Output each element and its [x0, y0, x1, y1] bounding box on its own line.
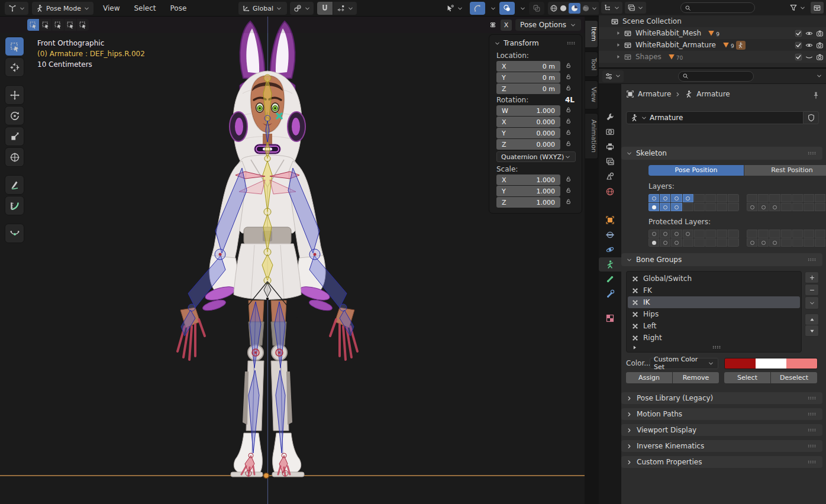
tab-physics[interactable] [599, 243, 621, 257]
render-visibility-icon[interactable] [816, 30, 824, 37]
protected-layer-cell[interactable] [694, 230, 705, 238]
show-overlays-toggle[interactable] [499, 2, 515, 15]
bone-group-item[interactable]: Left [628, 320, 800, 332]
tool-pose-breakdowner[interactable] [5, 224, 24, 243]
remove-bone-group-button[interactable] [805, 284, 819, 296]
armature-layer-cell[interactable] [683, 194, 693, 202]
tab-view-layer[interactable] [599, 154, 621, 169]
armature-layer-cell[interactable] [769, 194, 780, 202]
outliner-search-input[interactable] [680, 2, 755, 13]
outliner-row[interactable]: WhiteRabbit_Mesh9 [599, 27, 826, 39]
rotation-mode-dropdown[interactable]: Quaternion (WXYZ) [496, 151, 576, 162]
tab-output[interactable] [599, 140, 621, 154]
armature-layer-cell[interactable] [717, 203, 727, 211]
panel-pose-library-legacy-[interactable]: Pose Library (Legacy) [621, 392, 822, 404]
protected-layer-cell[interactable] [769, 238, 780, 247]
properties-display-mode[interactable] [602, 70, 624, 82]
show-gizmo-toggle[interactable] [470, 2, 485, 15]
breadcrumb-object[interactable]: Armature [638, 90, 671, 98]
protected-layer-cell[interactable] [804, 238, 814, 247]
select-mode-invert[interactable] [64, 19, 76, 31]
protected-layer-cell[interactable] [758, 238, 769, 247]
select-mode-subtract[interactable] [52, 19, 64, 31]
pose-position-button[interactable]: Pose Position [648, 165, 744, 176]
armature-layer-cell[interactable] [648, 194, 659, 202]
armature-layer-cell[interactable] [728, 203, 738, 211]
bone-group-item[interactable]: Global/Switch [628, 273, 800, 285]
outliner-row-scene-collection[interactable]: Scene Collection [599, 15, 826, 27]
armature-layer-cell[interactable] [705, 194, 716, 202]
render-visibility-icon[interactable] [816, 53, 824, 61]
outliner-row[interactable]: Shapes70 [599, 51, 826, 63]
shading-rendered-icon[interactable] [582, 4, 590, 12]
protected-layer-cell[interactable] [717, 230, 727, 238]
lock-icon[interactable] [565, 62, 572, 70]
protected-layer-cell[interactable] [815, 230, 825, 238]
armature-object-icon[interactable] [736, 41, 746, 50]
protected-layer-cell[interactable] [781, 230, 792, 238]
tab-tool[interactable] [599, 110, 621, 124]
protected-layer-cell[interactable] [660, 238, 670, 247]
lock-icon[interactable] [565, 118, 572, 126]
sidebar-tab-tool[interactable]: Tool [585, 51, 598, 77]
pin-icon[interactable] [812, 91, 820, 99]
outliner-display-mode[interactable] [601, 2, 622, 14]
exclude-checkbox[interactable] [795, 53, 802, 61]
protected-layer-cell[interactable] [815, 238, 825, 247]
armature-layer-cell[interactable] [694, 203, 705, 211]
tool-scale[interactable] [5, 127, 24, 146]
protected-layer-cell[interactable] [671, 230, 682, 238]
armature-layer-cell[interactable] [683, 203, 693, 211]
tab-texture[interactable] [599, 311, 621, 325]
protected-layer-cell[interactable] [728, 230, 738, 238]
lock-icon[interactable] [565, 198, 572, 206]
rotation-y-field[interactable]: Y0.000 [496, 128, 560, 138]
shading-dropdown[interactable] [591, 5, 598, 12]
tab-constraints[interactable] [599, 228, 621, 242]
eye-closed-icon[interactable] [805, 53, 813, 61]
rest-position-button[interactable]: Rest Position [744, 165, 826, 176]
color-swatch-2[interactable] [786, 358, 817, 369]
properties-search-input[interactable] [678, 71, 754, 82]
snap-target-dropdown[interactable] [333, 2, 357, 15]
protected-layer-cell[interactable] [648, 230, 659, 238]
protected-layer-cell[interactable] [705, 238, 716, 247]
tab-scene[interactable] [599, 169, 621, 183]
object-visibility-dropdown[interactable] [443, 2, 467, 15]
armature-layer-cell[interactable] [758, 203, 769, 211]
tool-cursor[interactable] [5, 57, 24, 77]
panel-custom-properties[interactable]: Custom Properties [621, 456, 822, 468]
armature-layer-cell[interactable] [717, 194, 727, 202]
protected-layer-cell[interactable] [717, 238, 727, 247]
armature-layer-cell[interactable] [781, 194, 792, 202]
lock-icon[interactable] [565, 106, 572, 115]
shading-solid-icon[interactable] [559, 4, 567, 12]
outliner-filter-dropdown[interactable] [787, 2, 808, 14]
color-set-dropdown[interactable]: Custom Color Set [650, 358, 718, 369]
gizmo-dropdown[interactable] [486, 2, 497, 15]
skeleton-panel-header[interactable]: Skeleton [621, 147, 822, 160]
armature-layer-cell[interactable] [694, 194, 705, 202]
protected-layer-cell[interactable] [769, 230, 780, 238]
tool-rotate[interactable] [5, 106, 24, 125]
menu-view[interactable]: View [96, 2, 127, 15]
location-x-field[interactable]: X0 m [496, 61, 560, 72]
location-z-field[interactable]: Z0 m [496, 83, 560, 94]
properties-options-dropdown[interactable] [816, 73, 822, 79]
armature-layer-cell[interactable] [792, 194, 803, 202]
panel-grip[interactable] [566, 41, 577, 46]
move-group-up-button[interactable] [805, 314, 819, 325]
armature-layer-cell[interactable] [781, 203, 792, 211]
armature-layer-cell[interactable] [660, 194, 670, 202]
menu-pose[interactable]: Pose [163, 2, 194, 15]
shading-wireframe-icon[interactable] [550, 4, 558, 12]
snap-toggle[interactable] [317, 2, 333, 15]
protected-layer-cell[interactable] [683, 230, 693, 238]
armature-layer-cell[interactable] [792, 203, 803, 211]
armature-layer-cell[interactable] [660, 203, 670, 211]
armature-layer-cell[interactable] [705, 203, 716, 211]
protected-layer-cell[interactable] [792, 238, 803, 247]
deselect-button[interactable]: Deselect [771, 372, 817, 383]
bone-group-item[interactable]: FK [628, 285, 800, 296]
fake-user-shield-button[interactable] [804, 111, 819, 124]
